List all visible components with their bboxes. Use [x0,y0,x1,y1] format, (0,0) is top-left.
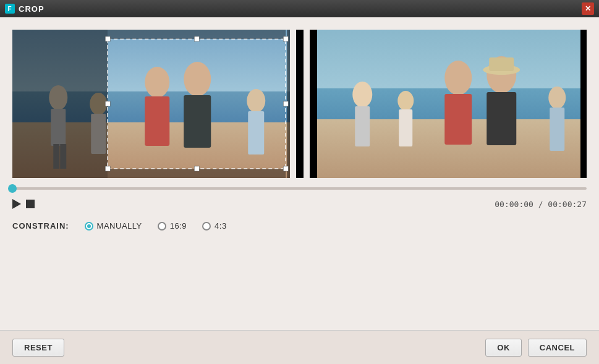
svg-point-8 [145,67,169,98]
radio-manually[interactable]: MANUALLY [85,221,142,231]
svg-rect-28 [283,166,288,171]
right-panel-left-bar [310,30,317,178]
svg-rect-23 [283,36,288,41]
panel-divider [296,30,304,178]
svg-point-34 [444,61,472,95]
main-content: 00:00:00 / 00:00:27 CONSTRAIN: MANUALLY … [0,17,599,243]
reset-button[interactable]: RESET [12,339,64,357]
svg-point-42 [397,91,414,111]
playback-left [12,199,35,209]
radio-4-3-label: 4:3 [215,221,227,231]
constrain-row: CONSTRAIN: MANUALLY 16:9 4:3 [12,212,587,243]
svg-point-40 [548,87,566,109]
radio-manually-inner [87,224,91,228]
constrain-label: CONSTRAIN: [12,221,69,231]
timeline-area: 00:00:00 / 00:00:27 [12,178,587,212]
svg-rect-25 [283,101,288,106]
right-video-panel [310,30,587,178]
window-title: CROP [19,4,45,14]
play-button[interactable] [12,199,21,209]
svg-rect-22 [194,36,199,41]
svg-rect-16 [12,30,108,178]
scrubber-track[interactable] [12,187,587,190]
svg-point-10 [184,62,211,96]
svg-rect-41 [550,108,564,151]
svg-rect-35 [444,94,472,145]
time-display: 00:00:00 / 00:00:27 [495,200,587,209]
title-bar: F CROP ✕ [0,0,599,17]
title-bar-left: F CROP [5,4,45,14]
svg-rect-37 [486,92,516,145]
svg-rect-27 [194,166,199,171]
radio-16-9-circle[interactable] [158,222,166,231]
bottom-bar: RESET OK CANCEL [0,330,599,364]
left-video-panel [12,30,290,178]
svg-rect-33 [355,106,370,146]
svg-rect-43 [399,109,412,146]
radio-manually-circle[interactable] [85,222,93,231]
svg-rect-39 [489,57,514,71]
scrubber-thumb[interactable] [8,184,17,193]
radio-manually-label: MANUALLY [97,221,142,231]
radio-16-9[interactable]: 16:9 [158,221,187,231]
action-buttons: OK CANCEL [485,339,587,357]
app-icon: F [5,4,15,14]
svg-rect-26 [105,166,110,171]
radio-4-3-circle[interactable] [202,222,211,231]
svg-point-14 [247,89,265,112]
svg-rect-11 [184,95,211,148]
close-button[interactable]: ✕ [582,2,594,15]
ok-button[interactable]: OK [485,339,522,357]
svg-rect-15 [248,111,264,154]
playback-controls: 00:00:00 / 00:00:27 [12,199,587,209]
left-panel-svg [12,30,290,178]
right-panel-main [317,30,581,178]
svg-point-32 [352,82,372,108]
radio-16-9-label: 16:9 [170,221,187,231]
svg-rect-21 [105,36,110,41]
svg-rect-24 [105,101,110,106]
svg-rect-9 [145,96,169,146]
cancel-button[interactable]: CANCEL [528,339,587,357]
right-panel-right-bar [580,30,587,178]
stop-button[interactable] [26,200,35,208]
radio-4-3[interactable]: 4:3 [202,221,227,231]
right-panel-svg [317,30,581,178]
